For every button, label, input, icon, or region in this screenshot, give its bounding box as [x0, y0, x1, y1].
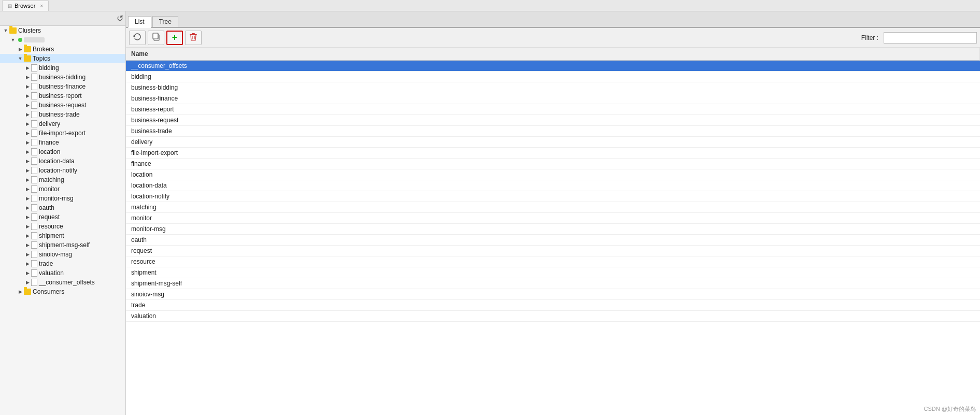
- sidebar-item-shipment-msg-self[interactable]: ▶ shipment-msg-self: [0, 240, 125, 250]
- name-cell: finance: [126, 159, 980, 169]
- sidebar-item-shipment[interactable]: ▶ shipment: [0, 231, 125, 240]
- content-area: List Tree: [126, 11, 980, 415]
- sidebar-item-delivery[interactable]: ▶ delivery: [0, 119, 125, 128]
- sidebar-item-business-finance[interactable]: ▶ business-finance: [0, 82, 125, 91]
- request-label: request: [39, 213, 60, 221]
- tab-tree[interactable]: Tree: [152, 16, 178, 27]
- bidding-expand-icon: ▶: [24, 64, 31, 71]
- table-row[interactable]: request: [126, 246, 980, 256]
- location-notify-label: location-notify: [39, 167, 77, 174]
- toolbar: + Filter :: [126, 28, 980, 48]
- sidebar-item-location[interactable]: ▶ location: [0, 147, 125, 156]
- name-cell: request: [126, 246, 980, 256]
- sidebar-item-matching[interactable]: ▶ matching: [0, 175, 125, 184]
- table-row[interactable]: shipment-msg-self: [126, 278, 980, 289]
- trade-label: trade: [39, 260, 53, 267]
- table-row[interactable]: delivery: [126, 137, 980, 148]
- clusters-expand-icon: ▼: [2, 27, 9, 34]
- topics-label: Topics: [33, 55, 50, 62]
- business-request-label: business-request: [39, 102, 86, 109]
- name-cell: monitor-msg: [126, 224, 980, 235]
- table-row[interactable]: bidding: [126, 71, 980, 82]
- sidebar-item-cluster1[interactable]: ▼: [0, 35, 125, 45]
- main-container: ↺ ▼ Clusters ▼ ▶ Brokers ▼ Topics ▶: [0, 11, 980, 415]
- sidebar-item-brokers[interactable]: ▶ Brokers: [0, 45, 125, 54]
- bidding-file-icon: [31, 64, 37, 71]
- sidebar-item-oauth[interactable]: ▶ oauth: [0, 203, 125, 212]
- table-row[interactable]: location-notify: [126, 191, 980, 202]
- delete-button[interactable]: [185, 31, 202, 45]
- table-row[interactable]: valuation: [126, 311, 980, 322]
- table-row[interactable]: matching: [126, 202, 980, 213]
- name-cell: business-trade: [126, 126, 980, 137]
- svg-rect-2: [190, 34, 197, 35]
- matching-file-icon: [31, 176, 37, 183]
- copy-button[interactable]: [148, 31, 164, 45]
- table-row[interactable]: shipment: [126, 267, 980, 278]
- filter-label: Filter :: [861, 34, 878, 41]
- sidebar-item-consumer-offsets[interactable]: ▶ __consumer_offsets: [0, 278, 125, 287]
- table-row[interactable]: file-import-export: [126, 148, 980, 159]
- table-row[interactable]: business-trade: [126, 126, 980, 137]
- table-row[interactable]: sinoiov-msg: [126, 289, 980, 300]
- table-row[interactable]: business-report: [126, 104, 980, 115]
- browser-tab-icon: ⊞: [8, 3, 12, 9]
- name-cell: shipment-msg-self: [126, 278, 980, 289]
- sidebar-item-sinoiov-msg[interactable]: ▶ sinoiov-msg: [0, 250, 125, 259]
- table-row[interactable]: oauth: [126, 235, 980, 246]
- sidebar-item-business-trade[interactable]: ▶ business-trade: [0, 110, 125, 119]
- name-cell: delivery: [126, 137, 980, 148]
- table-row[interactable]: monitor: [126, 213, 980, 224]
- sidebar-item-finance[interactable]: ▶ finance: [0, 138, 125, 147]
- business-trade-label: business-trade: [39, 111, 80, 118]
- sidebar-item-file-import-export[interactable]: ▶ file-import-export: [0, 128, 125, 138]
- table-row[interactable]: location: [126, 169, 980, 180]
- shipment-expand-icon: ▶: [24, 232, 31, 239]
- sidebar-item-bidding[interactable]: ▶ bidding: [0, 63, 125, 73]
- table-row[interactable]: trade: [126, 300, 980, 311]
- table-row[interactable]: business-finance: [126, 93, 980, 104]
- sidebar-item-trade[interactable]: ▶ trade: [0, 259, 125, 268]
- trade-expand-icon: ▶: [24, 260, 31, 267]
- sidebar-item-business-report[interactable]: ▶ business-report: [0, 91, 125, 101]
- browser-tab-close[interactable]: ×: [40, 3, 43, 9]
- location-data-file-icon: [31, 158, 37, 165]
- table-row[interactable]: monitor-msg: [126, 224, 980, 235]
- sidebar-item-clusters[interactable]: ▼ Clusters: [0, 26, 125, 35]
- sidebar-item-consumers[interactable]: ▶ Consumers: [0, 287, 125, 296]
- sidebar-item-resource[interactable]: ▶ resource: [0, 222, 125, 231]
- sidebar-item-location-data[interactable]: ▶ location-data: [0, 156, 125, 166]
- browser-tab[interactable]: ⊞ Browser ×: [2, 1, 49, 11]
- table-row[interactable]: __consumer_offsets: [126, 61, 980, 71]
- sidebar-item-valuation[interactable]: ▶ valuation: [0, 268, 125, 278]
- consumer-offsets-expand-icon: ▶: [24, 279, 31, 286]
- sidebar-item-business-request[interactable]: ▶ business-request: [0, 101, 125, 110]
- consumers-folder-icon: [24, 289, 31, 295]
- sidebar-item-monitor[interactable]: ▶ monitor: [0, 184, 125, 194]
- tab-list[interactable]: List: [128, 16, 151, 28]
- name-cell: business-finance: [126, 93, 980, 104]
- shipment-label: shipment: [39, 232, 64, 239]
- table-row[interactable]: finance: [126, 159, 980, 169]
- sidebar-item-location-notify[interactable]: ▶ location-notify: [0, 166, 125, 175]
- table-row[interactable]: location-data: [126, 180, 980, 191]
- sidebar-item-request[interactable]: ▶ request: [0, 212, 125, 222]
- name-cell: business-bidding: [126, 82, 980, 93]
- brokers-expand-icon: ▶: [17, 46, 24, 53]
- name-cell: business-request: [126, 115, 980, 126]
- sidebar-item-business-bidding[interactable]: ▶ business-bidding: [0, 73, 125, 82]
- business-bidding-label: business-bidding: [39, 74, 86, 81]
- table-row[interactable]: resource: [126, 256, 980, 267]
- name-cell: matching: [126, 202, 980, 213]
- filter-input[interactable]: [884, 32, 977, 44]
- sidebar-refresh-icon[interactable]: ↺: [117, 13, 123, 23]
- table-row[interactable]: business-request: [126, 115, 980, 126]
- name-cell: location: [126, 169, 980, 180]
- add-button[interactable]: +: [166, 31, 183, 45]
- file-import-export-label: file-import-export: [39, 130, 86, 137]
- sidebar-item-topics[interactable]: ▼ Topics: [0, 54, 125, 63]
- table-row[interactable]: business-bidding: [126, 82, 980, 93]
- refresh-button[interactable]: [129, 31, 146, 45]
- sidebar-item-monitor-msg[interactable]: ▶ monitor-msg: [0, 194, 125, 203]
- watermark: CSDN @好奇的菜鸟: [924, 405, 976, 413]
